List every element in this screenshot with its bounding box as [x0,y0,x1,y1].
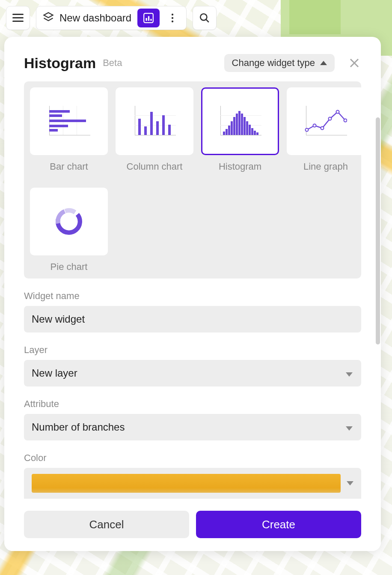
chart-icon [143,12,154,24]
widget-type-card [287,87,365,155]
widget-type-label: Histogram [219,161,261,172]
svg-rect-45 [238,111,241,135]
svg-rect-47 [244,117,246,135]
svg-point-60 [344,119,347,122]
panel-title: Histogram [24,55,96,72]
layer-select-value: New layer [32,367,77,379]
svg-point-58 [329,117,332,120]
hamburger-icon [12,14,24,22]
widget-type-label: Column chart [127,161,183,172]
widget-type-card [201,87,279,155]
widget-type-option-pie[interactable]: Pie chart [30,188,108,273]
widget-type-option-bar[interactable]: Bar chart [30,87,108,172]
svg-rect-30 [144,126,147,135]
widget-type-label: Line graph [303,161,348,172]
chevron-down-icon [347,479,353,487]
bar-chart-icon [48,106,90,137]
create-button[interactable]: Create [196,511,361,538]
svg-rect-6 [148,16,149,21]
panel-body: Bar chart [4,81,381,507]
dashboard-mode-button[interactable] [137,9,160,27]
layer-select[interactable]: New layer [24,360,361,386]
svg-rect-34 [168,125,171,135]
svg-rect-48 [246,121,248,135]
svg-rect-39 [223,132,225,135]
close-button[interactable] [347,56,361,70]
search-button[interactable] [193,6,217,30]
attribute-select-value: Number of branches [32,421,125,433]
chevron-up-icon [320,61,327,65]
svg-rect-2 [12,21,24,22]
svg-rect-21 [49,114,62,117]
svg-point-59 [336,111,339,114]
dashboard-toolbar-group: New dashboard [36,6,187,30]
svg-rect-32 [156,121,159,135]
close-icon [350,58,359,68]
svg-rect-0 [12,14,24,15]
svg-point-55 [306,129,309,132]
svg-point-57 [321,127,324,130]
layer-label: Layer [24,344,361,356]
svg-rect-33 [162,115,165,135]
svg-rect-46 [241,114,243,135]
map-park-block [289,0,341,34]
widget-type-label: Bar chart [50,161,88,172]
beta-badge: Beta [103,57,122,69]
line-graph-icon [304,106,347,137]
histogram-icon [219,106,261,137]
widget-name-label: Widget name [24,290,361,302]
attribute-select[interactable]: Number of branches [24,414,361,440]
svg-point-56 [313,124,316,127]
svg-rect-23 [49,125,68,127]
svg-point-10 [172,21,173,22]
attribute-label: Attribute [24,398,361,410]
widget-type-card [30,87,108,155]
dashboard-title[interactable]: New dashboard [56,12,136,24]
svg-point-9 [172,17,173,19]
svg-rect-5 [146,18,147,21]
cancel-button[interactable]: Cancel [24,511,189,538]
widget-type-grid: Bar chart [24,81,361,279]
svg-marker-66 [347,481,353,485]
svg-rect-41 [228,126,230,135]
svg-point-11 [200,14,207,20]
panel-header: Histogram Beta Change widget type [4,37,381,81]
chevron-down-icon [346,367,353,379]
svg-rect-22 [49,120,86,122]
more-options-button[interactable] [161,9,184,27]
widget-editor-panel: Histogram Beta Change widget type [4,37,381,551]
widget-type-card [116,87,193,155]
widget-type-option-histogram[interactable]: Histogram [201,87,279,172]
change-widget-type-label: Change widget type [232,57,315,69]
svg-marker-64 [346,372,353,377]
layers-icon[interactable] [42,11,54,25]
widget-name-input[interactable] [24,306,361,332]
widget-type-option-line[interactable]: Line graph [287,87,365,172]
change-widget-type-button[interactable]: Change widget type [224,54,335,72]
svg-rect-1 [12,17,24,18]
svg-rect-51 [254,131,256,135]
svg-rect-44 [236,114,238,135]
color-label: Color [24,452,361,464]
widget-type-card [30,188,108,255]
color-select[interactable] [24,468,361,499]
top-toolbar: New dashboard [6,6,217,30]
svg-rect-50 [251,128,253,135]
widget-type-label: Pie chart [50,261,88,273]
svg-rect-29 [138,119,141,135]
svg-rect-40 [226,129,228,135]
svg-rect-42 [231,121,233,135]
search-icon [199,12,210,24]
svg-rect-24 [49,129,58,132]
vertical-dots-icon [171,13,174,23]
svg-rect-49 [249,125,251,135]
svg-rect-7 [150,19,151,21]
menu-button[interactable] [6,6,30,30]
widget-type-option-column[interactable]: Column chart [116,87,193,172]
svg-point-8 [172,14,173,15]
color-swatch [32,474,341,493]
pie-chart-icon [50,203,87,240]
svg-marker-13 [320,61,327,65]
svg-marker-3 [44,13,53,18]
svg-rect-43 [233,117,235,135]
